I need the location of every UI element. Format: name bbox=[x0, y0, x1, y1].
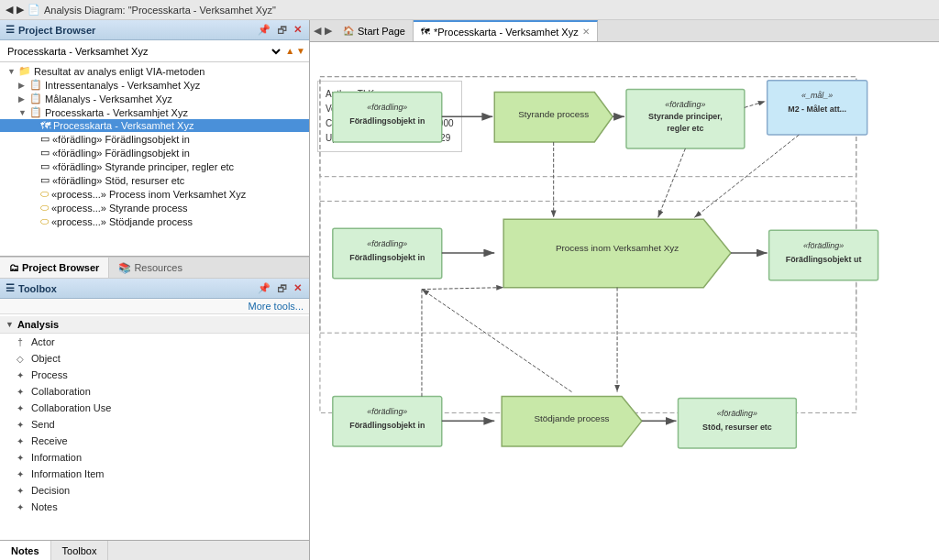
receive-icon: ✦ bbox=[15, 436, 26, 446]
process-icon: ⬭ bbox=[40, 215, 49, 227]
tab-project-browser[interactable]: 🗂 Project Browser bbox=[0, 258, 109, 278]
tree-item[interactable]: ▭ «förädling» Förädlingsobjekt in bbox=[0, 146, 309, 159]
toolbox-item-receive[interactable]: ✦ Receive bbox=[0, 433, 309, 449]
item-label: «förädling» Förädlingsobjekt in bbox=[52, 134, 190, 145]
start-page-icon: 🏠 bbox=[343, 26, 354, 36]
nav-next-icon[interactable]: ▶ bbox=[325, 25, 332, 37]
project-browser-header: ☰ Project Browser 📌 🗗 ✕ bbox=[0, 20, 309, 40]
toolbox-item-label: Collaboration Use bbox=[31, 402, 111, 413]
section-label: Analysis bbox=[17, 319, 59, 330]
diagram-tab-icon: 🗺 bbox=[421, 27, 430, 37]
tree-selector[interactable]: Processkarta - Verksamhet Xyz ▲ ▼ bbox=[0, 40, 309, 62]
item-label: Intressentanalys - Verksamhet Xyz bbox=[45, 80, 200, 91]
svg-line-44 bbox=[422, 288, 503, 290]
breadcrumb-icon3: 📄 bbox=[28, 4, 40, 16]
tree-item[interactable]: ▶ 📋 Intressentanalys - Verksamhet Xyz bbox=[0, 78, 309, 92]
section-header[interactable]: ▼ Analysis bbox=[0, 316, 309, 334]
nav-prev-icon[interactable]: ◀ bbox=[314, 25, 321, 37]
diagram-canvas[interactable]: Author: TLK Version: 0.1 Created: 2018-0… bbox=[310, 42, 939, 560]
svg-text:«förädling»: «förädling» bbox=[367, 407, 407, 416]
bottom-tab-label: Toolbox bbox=[62, 545, 97, 556]
tree-item[interactable]: ▭ «förädling» Förädlingsobjekt in bbox=[0, 132, 309, 146]
nav-down-icon[interactable]: ▼ bbox=[296, 46, 305, 56]
breadcrumb-icon2: ▶ bbox=[17, 4, 24, 16]
decision-icon: ✦ bbox=[15, 486, 26, 496]
item-label: «process...» Process inom Verksamhet Xyz bbox=[51, 189, 246, 200]
nav-up-icon[interactable]: ▲ bbox=[285, 46, 294, 56]
tab-resources[interactable]: 📚 Resources bbox=[109, 258, 192, 278]
toolbox-item-collaboration-use[interactable]: ✦ Collaboration Use bbox=[0, 400, 309, 416]
toolbox-item-notes[interactable]: ✦ Notes bbox=[0, 499, 309, 515]
svg-marker-22 bbox=[503, 219, 731, 287]
tree-item[interactable]: ▼ 📋 Processkarta - Verksamhjet Xyz bbox=[0, 105, 309, 119]
tab-start-page[interactable]: 🏠 Start Page bbox=[336, 20, 414, 41]
bottom-tab-toolbox[interactable]: Toolbox bbox=[51, 541, 109, 560]
tree-item-selected[interactable]: 🗺 Processkarta - Verksamhet Xyz bbox=[0, 119, 309, 132]
toolbox-item-label: Information Item bbox=[31, 468, 104, 479]
main-layout: ☰ Project Browser 📌 🗗 ✕ Processkarta - V… bbox=[0, 20, 939, 560]
bottom-tab-label: Notes bbox=[11, 545, 39, 556]
process-icon: ⬭ bbox=[40, 188, 49, 200]
toolbox-title: Toolbox bbox=[18, 283, 57, 294]
toolbox-item-process[interactable]: ✦ Process bbox=[0, 367, 309, 383]
pin-icon[interactable]: 📌 bbox=[256, 281, 272, 295]
panel-menu-icon: ☰ bbox=[6, 24, 15, 36]
item-label: «förädling» Förädlingsobjekt in bbox=[52, 148, 190, 159]
toolbox-item-decision[interactable]: ✦ Decision bbox=[0, 482, 309, 499]
tab-close-button[interactable]: ✕ bbox=[582, 27, 590, 37]
pin-icon[interactable]: 📌 bbox=[256, 23, 272, 37]
svg-text:Stöd, resurser etc: Stöd, resurser etc bbox=[702, 423, 772, 432]
item-label: «förädling» Stöd, resurser etc bbox=[52, 175, 184, 186]
header-icons: 📌 🗗 ✕ bbox=[256, 281, 304, 295]
diagram-tab-bar: ◀ ▶ 🏠 Start Page 🗺 *Processkarta - Verks… bbox=[310, 20, 939, 42]
toolbox-item-actor[interactable]: † Actor bbox=[0, 334, 309, 350]
toolbox-item-send[interactable]: ✦ Send bbox=[0, 416, 309, 433]
tree-item[interactable]: ▼ 📁 Resultat av analys enligt VIA-metode… bbox=[0, 64, 309, 78]
item-label: Målanalys - Verksamhet Xyz bbox=[45, 93, 172, 104]
close-icon[interactable]: ✕ bbox=[292, 281, 304, 295]
tree-arrow: ▼ bbox=[18, 108, 28, 117]
shape-icon: ▭ bbox=[40, 147, 50, 159]
toolbox-item-label: Actor bbox=[31, 336, 55, 347]
tree-item[interactable]: ⬭ «process...» Stödjande process bbox=[0, 214, 309, 228]
toolbox-item-information-item[interactable]: ✦ Information Item bbox=[0, 466, 309, 482]
svg-text:«förädling»: «förädling» bbox=[665, 100, 705, 109]
tree-arrow: ▶ bbox=[18, 81, 28, 90]
tree-arrow: ▶ bbox=[18, 94, 28, 104]
object-icon: ◇ bbox=[15, 354, 26, 364]
collaboration-use-icon: ✦ bbox=[15, 403, 26, 413]
header-left: ☰ Toolbox bbox=[6, 282, 57, 294]
tree-selector-dropdown[interactable]: Processkarta - Verksamhet Xyz bbox=[4, 45, 283, 58]
toolbox-panel: ☰ Toolbox 📌 🗗 ✕ More tools... ▼ Analysis bbox=[0, 279, 309, 540]
tree-item[interactable]: ▶ 📋 Målanalys - Verksamhet Xyz bbox=[0, 92, 309, 105]
tree-item[interactable]: ⬭ «process...» Process inom Verksamhet X… bbox=[0, 187, 309, 201]
toolbox-item-label: Receive bbox=[31, 435, 68, 446]
close-icon[interactable]: ✕ bbox=[292, 23, 304, 37]
tree-item[interactable]: ⬭ «process...» Styrande process bbox=[0, 201, 309, 214]
float-icon[interactable]: 🗗 bbox=[275, 24, 289, 37]
item-label: Processkarta - Verksamhet Xyz bbox=[53, 120, 193, 131]
bottom-tab-notes[interactable]: Notes bbox=[0, 541, 51, 560]
shape-icon: ▭ bbox=[40, 133, 50, 145]
section-arrow: ▼ bbox=[6, 320, 14, 329]
tab-processkarta[interactable]: 🗺 *Processkarta - Verksamhet Xyz ✕ bbox=[414, 20, 598, 41]
doc-icon: 📋 bbox=[29, 93, 42, 104]
toolbox-item-object[interactable]: ◇ Object bbox=[0, 350, 309, 367]
svg-text:«förädling»: «förädling» bbox=[367, 103, 407, 112]
float-icon[interactable]: 🗗 bbox=[275, 282, 289, 295]
svg-text:Förädlingsobjekt in: Förädlingsobjekt in bbox=[349, 421, 425, 430]
toolbox-item-information[interactable]: ✦ Information bbox=[0, 449, 309, 466]
project-browser-panel: ☰ Project Browser 📌 🗗 ✕ Processkarta - V… bbox=[0, 20, 309, 257]
tree-item[interactable]: ▭ «förädling» Styrande principer, regler… bbox=[0, 159, 309, 173]
tab-label: Start Page bbox=[358, 26, 405, 37]
tree-item[interactable]: ▭ «förädling» Stöd, resurser etc bbox=[0, 173, 309, 187]
bottom-tab-bar: Notes Toolbox bbox=[0, 540, 309, 560]
svg-text:Förädlingsobjekt ut: Förädlingsobjekt ut bbox=[786, 255, 862, 264]
tab-icon: 📚 bbox=[118, 262, 131, 274]
toolbox-item-collaboration[interactable]: ✦ Collaboration bbox=[0, 383, 309, 400]
process-icon: ✦ bbox=[15, 370, 26, 380]
breadcrumb-text: Analysis Diagram: "Processkarta - Verksa… bbox=[44, 5, 276, 16]
more-tools-link[interactable]: More tools... bbox=[0, 299, 309, 314]
svg-text:Stödjande process: Stödjande process bbox=[534, 413, 609, 423]
svg-line-28 bbox=[658, 148, 686, 217]
